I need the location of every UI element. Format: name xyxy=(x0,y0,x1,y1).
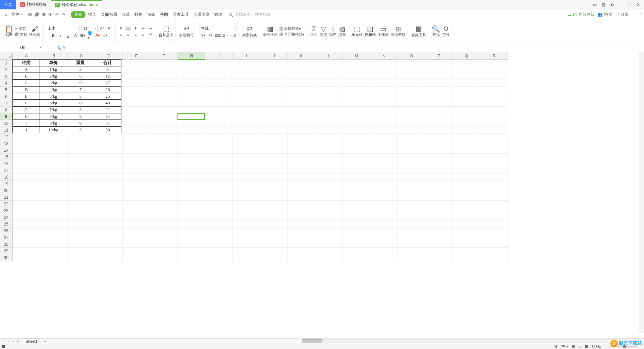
cell[interactable] xyxy=(451,120,479,127)
cell[interactable] xyxy=(13,234,40,241)
column-header-B[interactable]: B xyxy=(40,52,68,60)
cell[interactable] xyxy=(286,100,314,107)
row-header-3[interactable]: 3 xyxy=(0,73,13,80)
row-header-7[interactable]: 7 xyxy=(0,100,13,107)
cell[interactable] xyxy=(178,134,205,140)
cell[interactable] xyxy=(396,87,424,93)
cell[interactable] xyxy=(13,254,40,261)
row-header-19[interactable]: 19 xyxy=(0,181,13,187)
eye-icon[interactable]: 👁 xyxy=(554,345,558,349)
cell[interactable] xyxy=(453,254,480,261)
cell[interactable] xyxy=(259,113,286,120)
cell[interactable] xyxy=(205,228,233,234)
cell[interactable] xyxy=(176,100,204,107)
cell[interactable] xyxy=(288,228,315,234)
cell[interactable] xyxy=(40,147,68,154)
cell[interactable] xyxy=(288,140,315,147)
cell[interactable] xyxy=(178,181,205,187)
cell[interactable] xyxy=(68,207,95,214)
cell[interactable]: 10/kg xyxy=(40,127,67,133)
cell[interactable] xyxy=(40,254,68,261)
cell[interactable] xyxy=(424,93,451,100)
cell[interactable] xyxy=(233,248,260,254)
rowcol-icon[interactable]: ▤ xyxy=(367,26,373,32)
cell[interactable] xyxy=(260,167,288,174)
cell[interactable] xyxy=(68,254,95,261)
cell[interactable]: G xyxy=(12,106,40,113)
cell[interactable] xyxy=(453,207,480,214)
cell[interactable] xyxy=(123,181,150,187)
print-icon[interactable]: 🖶 xyxy=(41,12,47,18)
column-header-N[interactable]: N xyxy=(370,52,398,60)
cell[interactable]: 3/kg xyxy=(40,80,67,86)
cell[interactable] xyxy=(13,201,40,207)
cell[interactable] xyxy=(315,228,343,234)
cell[interactable] xyxy=(480,228,508,234)
cell[interactable] xyxy=(68,234,95,241)
comma-icon[interactable]: 000 xyxy=(215,33,221,38)
cell[interactable] xyxy=(68,248,95,254)
spreadsheet-grid[interactable]: ABCDEFGHIJKLMNOPQR 123456789101112131415… xyxy=(0,52,644,338)
cell[interactable] xyxy=(425,194,453,201)
cell[interactable] xyxy=(451,73,479,80)
cell[interactable] xyxy=(425,201,453,207)
cell[interactable] xyxy=(149,87,176,93)
cell[interactable] xyxy=(288,241,315,248)
cell[interactable] xyxy=(453,181,480,187)
cell[interactable] xyxy=(150,214,178,221)
cell[interactable]: 9 xyxy=(67,80,94,86)
cell[interactable] xyxy=(398,248,425,254)
cell[interactable] xyxy=(95,254,123,261)
font-shrink-icon[interactable]: A⁻ xyxy=(107,26,112,31)
cell[interactable] xyxy=(260,207,288,214)
cell[interactable] xyxy=(205,194,233,201)
format-painter-icon[interactable]: 🖌 xyxy=(32,26,38,32)
cell[interactable] xyxy=(315,181,343,187)
cell[interactable] xyxy=(123,241,150,248)
cell[interactable] xyxy=(288,187,315,194)
sort-icon[interactable]: ↕ xyxy=(331,26,334,32)
cell[interactable] xyxy=(369,60,396,66)
cell[interactable] xyxy=(205,214,233,221)
redo-icon[interactable]: ↷ xyxy=(61,12,67,18)
column-header-K[interactable]: K xyxy=(288,52,315,60)
cell[interactable] xyxy=(123,201,150,207)
cell[interactable] xyxy=(205,160,233,167)
sheet-next-icon[interactable]: > xyxy=(12,339,14,343)
cell[interactable] xyxy=(343,154,370,160)
cell[interactable] xyxy=(343,254,370,261)
sheet-first-icon[interactable]: |< xyxy=(3,339,6,343)
cell[interactable] xyxy=(370,234,398,241)
more-icon[interactable]: ⋮ xyxy=(632,12,636,17)
cell[interactable] xyxy=(13,160,40,167)
cell[interactable] xyxy=(40,207,68,214)
cell[interactable] xyxy=(204,66,231,73)
cell[interactable] xyxy=(398,154,425,160)
cell[interactable] xyxy=(95,140,123,147)
cell[interactable] xyxy=(288,160,315,167)
cell[interactable]: 64 xyxy=(94,113,121,120)
cell[interactable] xyxy=(123,134,150,140)
cell[interactable] xyxy=(424,66,451,73)
cell[interactable] xyxy=(341,113,369,120)
cell[interactable] xyxy=(95,234,123,241)
cell[interactable] xyxy=(341,73,369,80)
cell[interactable] xyxy=(231,93,259,100)
cell[interactable] xyxy=(95,194,123,201)
cell[interactable] xyxy=(121,93,149,100)
cell[interactable] xyxy=(425,187,453,194)
cell[interactable] xyxy=(176,120,204,127)
cell[interactable] xyxy=(369,120,396,127)
row-header-26[interactable]: 26 xyxy=(0,228,13,234)
row-header-10[interactable]: 10 xyxy=(0,120,13,127)
cell[interactable] xyxy=(341,66,369,73)
tab-file[interactable]: S 种类单价.xlsx × xyxy=(51,0,102,9)
cell[interactable] xyxy=(425,221,453,228)
cell[interactable] xyxy=(315,134,343,140)
cell[interactable] xyxy=(121,113,149,120)
cells-icon[interactable]: ⬚ xyxy=(354,26,360,32)
hscroll-thumb[interactable] xyxy=(302,339,322,343)
cell[interactable] xyxy=(425,207,453,214)
cell[interactable] xyxy=(370,181,398,187)
cell[interactable] xyxy=(370,194,398,201)
